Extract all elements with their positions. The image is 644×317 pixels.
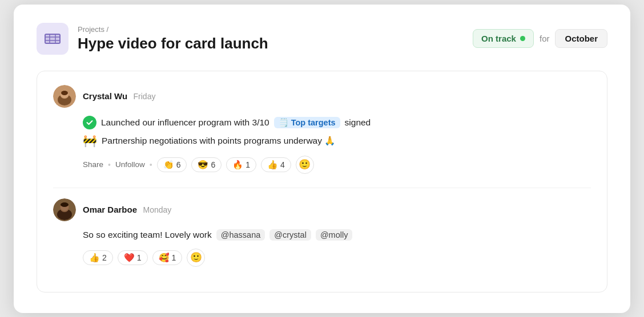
reaction-fire[interactable]: 🔥 1: [226, 157, 256, 172]
post-divider: [53, 188, 591, 188]
post-1-author: Crystal Wu: [83, 91, 127, 101]
activity-card: Crystal Wu Friday Launched our influence…: [37, 71, 607, 292]
add-reaction-button[interactable]: 🙂: [296, 156, 314, 174]
month-badge[interactable]: October: [555, 29, 607, 48]
unfollow-button[interactable]: Unfollow: [115, 160, 145, 169]
clap-count: 6: [176, 160, 181, 169]
post-2-author: Omar Darboe: [83, 205, 137, 214]
post-1-text-pre: Launched our influencer program with 3/1…: [101, 117, 269, 128]
thumbsup2-count: 2: [102, 253, 107, 262]
thumbsup-emoji: 👍: [267, 160, 278, 170]
svg-point-15: [61, 202, 69, 207]
mention-molly[interactable]: @molly: [316, 229, 353, 241]
add-reaction-button-2[interactable]: 🙂: [187, 249, 205, 267]
heart-count: 1: [137, 253, 142, 262]
heart-emoji: ❤️: [124, 253, 135, 263]
smiley-icon: 🙂: [299, 158, 311, 170]
for-label: for: [540, 34, 550, 43]
status-dot: [520, 36, 525, 41]
post-1-line2-text: Partnership negotiations with points pro…: [102, 136, 335, 146]
header-text: Projects / Hype video for card launch: [78, 25, 268, 52]
fire-emoji: 🔥: [232, 160, 243, 170]
post-1-meta: Crystal Wu Friday: [83, 91, 155, 101]
fire-count: 1: [245, 160, 250, 169]
svg-point-10: [61, 91, 68, 95]
cool-count: 6: [211, 160, 215, 169]
smiley-icon-2: 🙂: [190, 251, 202, 263]
post-2-day: Monday: [143, 205, 172, 214]
post-2: Omar Darboe Monday So so exciting team! …: [53, 198, 591, 267]
post-1: Crystal Wu Friday Launched our influence…: [53, 85, 591, 174]
reaction2-smiling[interactable]: 🥰 1: [152, 250, 183, 265]
reaction-thumbsup[interactable]: 👍 4: [261, 157, 291, 172]
share-button[interactable]: Share: [83, 160, 103, 169]
avatar-crystal: [53, 85, 76, 108]
mention-crystal[interactable]: @crystal: [269, 229, 311, 241]
thumbsup2-emoji: 👍: [89, 253, 100, 263]
post-1-header: Crystal Wu Friday: [53, 85, 591, 108]
post-2-meta: Omar Darboe Monday: [83, 205, 171, 215]
thumbsup-count: 4: [280, 160, 285, 169]
post-1-body: Launched our influencer program with 3/1…: [83, 116, 591, 174]
post-2-line1: So so exciting team! Lovely work @hassan…: [83, 229, 591, 241]
post-1-reaction-bar: Share • Unfollow • 👏 6 😎 6 🔥 1: [83, 156, 591, 174]
on-track-badge[interactable]: On track: [473, 29, 534, 48]
post-2-header: Omar Darboe Monday: [53, 198, 591, 221]
main-window: Projects / Hype video for card launch On…: [14, 5, 630, 313]
list-icon: 🗒️: [279, 118, 288, 127]
reaction-cool[interactable]: 😎 6: [191, 157, 222, 172]
clap-emoji: 👏: [163, 160, 174, 170]
avatar-omar: [53, 198, 76, 221]
dot-sep-1: •: [108, 160, 111, 169]
header-right: On track for October: [473, 29, 607, 48]
reaction2-thumbsup[interactable]: 👍 2: [83, 250, 113, 265]
top-targets-link[interactable]: 🗒️ Top targets: [274, 117, 340, 128]
post-2-text: So so exciting team! Lovely work: [83, 230, 212, 240]
post-1-text-post: signed: [345, 117, 371, 128]
cool-emoji: 😎: [198, 160, 208, 170]
dot-sep-2: •: [150, 160, 152, 169]
post-1-line2: 🚧 Partnership negotiations with points p…: [83, 134, 591, 148]
post-2-reaction-bar: 👍 2 ❤️ 1 🥰 1 🙂: [83, 249, 591, 267]
svg-rect-0: [45, 34, 60, 43]
top-targets-label: Top targets: [291, 118, 336, 127]
page-header: Projects / Hype video for card launch On…: [37, 23, 607, 55]
post-1-line1: Launched our influencer program with 3/1…: [83, 116, 591, 129]
header-left: Projects / Hype video for card launch: [37, 23, 268, 55]
post-2-body: So so exciting team! Lovely work @hassan…: [83, 229, 591, 267]
smiling-count: 1: [172, 253, 176, 262]
check-icon: [83, 116, 96, 129]
post-1-day: Friday: [134, 92, 156, 101]
smiling-emoji: 🥰: [159, 253, 170, 263]
breadcrumb: Projects /: [78, 25, 268, 34]
project-icon: [37, 23, 69, 55]
on-track-label: On track: [481, 34, 516, 43]
reaction2-heart[interactable]: ❤️ 1: [118, 250, 148, 265]
page-title: Hype video for card launch: [78, 35, 268, 52]
mention-hassana[interactable]: @hassana: [216, 229, 265, 241]
reaction-clap[interactable]: 👏 6: [157, 157, 187, 172]
construction-icon: 🚧: [83, 134, 97, 148]
